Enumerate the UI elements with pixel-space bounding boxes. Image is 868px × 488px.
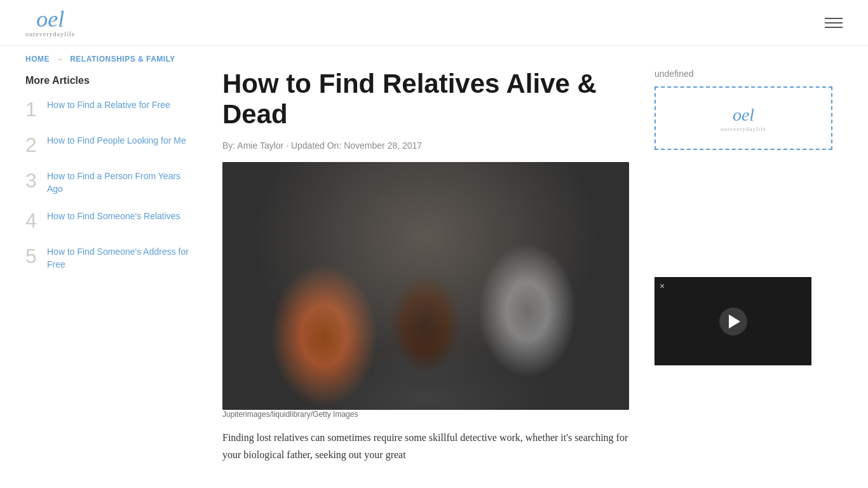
breadcrumb-separator: →	[56, 55, 64, 64]
ad-title: undefined	[654, 69, 839, 79]
svg-point-8	[470, 222, 553, 324]
svg-point-5	[391, 245, 461, 327]
ad-placeholder: oel oureverydaylife	[654, 86, 832, 150]
list-number-5: 5	[25, 246, 38, 266]
video-close-button[interactable]: ×	[660, 281, 665, 291]
list-number-3: 3	[25, 170, 38, 191]
svg-rect-0	[222, 162, 629, 410]
ad-logo-text: oel	[721, 104, 766, 126]
site-header: oel oureverydaylife	[0, 0, 868, 46]
hamburger-line-1	[825, 18, 843, 19]
right-sidebar: undefined oel oureverydaylife ×	[654, 69, 839, 463]
list-link-4[interactable]: How to Find Someone's Relatives	[47, 210, 180, 223]
ad-logo-container: oel oureverydaylife	[721, 104, 766, 132]
svg-rect-1	[222, 162, 629, 410]
list-link-3[interactable]: How to Find a Person From Years Ago	[47, 170, 197, 195]
svg-point-11	[322, 224, 370, 250]
meta-dot: ·	[286, 140, 288, 151]
list-link-2[interactable]: How to Find People Looking for Me	[47, 135, 186, 147]
more-articles-heading: More Articles	[25, 75, 197, 86]
svg-point-9	[485, 220, 538, 281]
hamburger-line-2	[825, 22, 843, 24]
list-item: 3 How to Find a Person From Years Ago	[25, 170, 197, 195]
svg-point-2	[305, 229, 388, 324]
menu-button[interactable]	[825, 18, 843, 28]
sidebar: More Articles 1 How to Find a Relative f…	[25, 69, 197, 463]
article-updated-label: Updated On:	[291, 140, 341, 151]
article-title: How to Find Relatives Alive & Dead	[222, 69, 629, 130]
list-item: 1 How to Find a Relative for Free	[25, 99, 197, 119]
article-list: 1 How to Find a Relative for Free 2 How …	[25, 99, 197, 271]
article-image-container: Jupiterimages/liquidlibrary/Getty Images	[222, 162, 629, 419]
list-number-1: 1	[25, 99, 38, 119]
list-number-4: 4	[25, 210, 38, 231]
article-body: Finding lost relatives can sometimes req…	[222, 429, 629, 463]
svg-point-6	[403, 241, 448, 292]
list-number-2: 2	[25, 135, 38, 155]
svg-point-13	[486, 217, 537, 245]
article-author: By: Amie Taylor	[222, 140, 283, 151]
list-link-1[interactable]: How to Find a Relative for Free	[47, 99, 170, 112]
svg-point-12	[405, 233, 446, 256]
list-item: 2 How to Find People Looking for Me	[25, 135, 197, 155]
breadcrumb-home[interactable]: HOME	[25, 55, 50, 64]
svg-rect-10	[470, 299, 553, 410]
svg-rect-7	[391, 315, 461, 410]
logo-subtext: oureverydaylife	[25, 30, 75, 37]
video-player[interactable]: ×	[654, 277, 811, 365]
article-meta: By: Amie Taylor · Updated On: November 2…	[222, 140, 629, 151]
main-content: How to Find Relatives Alive & Dead By: A…	[222, 69, 629, 463]
site-logo[interactable]: oel oureverydaylife	[25, 8, 75, 37]
list-link-5[interactable]: How to Find Someone's Address for Free	[47, 246, 197, 271]
video-play-button[interactable]	[719, 308, 747, 336]
list-item: 5 How to Find Someone's Address for Free	[25, 246, 197, 271]
article-updated-date: November 28, 2017	[344, 140, 422, 151]
svg-rect-4	[305, 302, 388, 410]
article-body-text: Finding lost relatives can sometimes req…	[222, 429, 629, 463]
breadcrumb: HOME → RELATIONSHIPS & FAMILY	[25, 46, 843, 69]
image-caption: Jupiterimages/liquidlibrary/Getty Images	[222, 410, 629, 419]
logo-text: oel	[36, 8, 64, 30]
breadcrumb-category[interactable]: RELATIONSHIPS & FAMILY	[70, 55, 175, 64]
ad-logo-sub: oureverydaylife	[721, 126, 766, 132]
content-area: More Articles 1 How to Find a Relative f…	[25, 69, 843, 463]
svg-point-3	[321, 229, 372, 286]
list-item: 4 How to Find Someone's Relatives	[25, 210, 197, 231]
article-image	[222, 162, 629, 410]
hamburger-line-3	[825, 27, 843, 28]
page-wrapper: HOME → RELATIONSHIPS & FAMILY More Artic…	[0, 46, 868, 463]
